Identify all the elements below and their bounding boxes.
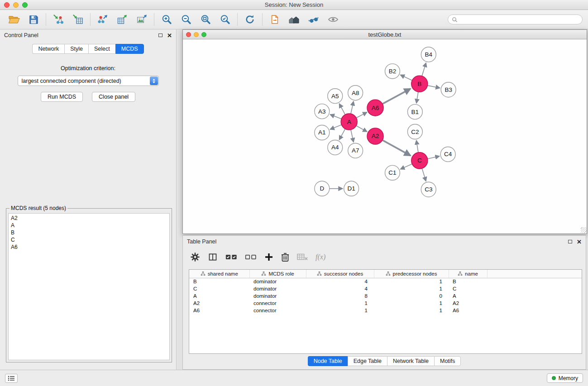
add-column-button[interactable] <box>264 252 273 262</box>
graph-edge-A-A5[interactable] <box>339 104 345 114</box>
graph-edge-C-C1[interactable] <box>401 164 412 169</box>
import-table-button[interactable] <box>68 11 87 28</box>
close-panel-button[interactable]: Close panel <box>92 92 135 102</box>
graph-node-A3[interactable]: A3 <box>315 104 330 119</box>
import-network-button[interactable] <box>49 11 68 28</box>
deselect-all-button[interactable] <box>245 252 257 262</box>
column-header-name[interactable]: name <box>449 270 487 278</box>
graph-edge-A-A2[interactable] <box>356 126 367 132</box>
graph-edge-A-A1[interactable] <box>330 125 341 129</box>
graph-node-A7[interactable]: A7 <box>348 143 363 158</box>
graph-node-A5[interactable]: A5 <box>328 89 343 104</box>
zoom-network-button[interactable] <box>201 32 206 37</box>
tab-edge-table[interactable]: Edge Table <box>348 356 387 366</box>
graph-edge-B-B2[interactable] <box>401 75 412 81</box>
graph-node-B[interactable]: B <box>411 76 428 92</box>
result-item-c[interactable]: C <box>11 236 167 243</box>
result-item-b[interactable]: B <box>11 229 167 236</box>
graph-edge-A-A4[interactable] <box>339 129 345 140</box>
tab-style[interactable]: Style <box>64 44 88 54</box>
graph-edge-B-B1[interactable] <box>416 92 418 103</box>
save-session-button[interactable] <box>24 11 43 28</box>
graph-node-A8[interactable]: A8 <box>348 86 363 100</box>
close-window-button[interactable] <box>4 2 10 8</box>
table-row[interactable]: A6connector11A6 <box>189 307 582 314</box>
graph-node-C4[interactable]: C4 <box>440 147 455 162</box>
table-row[interactable]: Cdominator41C <box>189 285 582 292</box>
graph-node-C3[interactable]: C3 <box>421 182 436 197</box>
graph-node-C1[interactable]: C1 <box>385 165 400 180</box>
graph-edge-C-C2[interactable] <box>416 140 418 152</box>
apply-layout-button[interactable] <box>240 11 259 28</box>
graph-edge-A-A6[interactable] <box>356 112 367 118</box>
table-row[interactable]: Bdominator41B <box>189 278 582 285</box>
tab-node-table[interactable]: Node Table <box>308 356 348 366</box>
zoom-selected-button[interactable] <box>215 11 234 28</box>
function-builder-button[interactable]: f(x) <box>316 252 325 262</box>
graph-edge-B-B4[interactable] <box>422 63 426 76</box>
home-view-button[interactable] <box>285 11 304 28</box>
close-network-button[interactable] <box>186 32 191 37</box>
tab-motifs[interactable]: Motifs <box>434 356 461 366</box>
graph-edge-A-A8[interactable] <box>351 101 354 114</box>
graph-edge-A2-C[interactable] <box>382 140 411 156</box>
optimization-dropdown[interactable]: largest connected component (directed) <box>18 76 159 86</box>
graph-edge-C-C3[interactable] <box>422 168 426 181</box>
result-item-a6[interactable]: A6 <box>11 243 167 251</box>
graph-node-A[interactable]: A <box>341 114 357 130</box>
table-row[interactable]: Adominator80A <box>189 292 582 300</box>
tab-network-table[interactable]: Network Table <box>387 356 434 366</box>
graph-node-A2[interactable]: A2 <box>367 128 383 144</box>
export-image-button[interactable] <box>132 11 151 28</box>
show-columns-button[interactable] <box>208 252 218 262</box>
column-header-shared-name[interactable]: shared name <box>189 270 249 278</box>
export-table-button[interactable] <box>113 11 132 28</box>
graph-node-B1[interactable]: B1 <box>407 105 422 119</box>
table-settings-button[interactable] <box>190 252 200 262</box>
graph-edge-B-B3[interactable] <box>427 86 440 88</box>
graph-node-D1[interactable]: D1 <box>344 181 359 196</box>
result-item-a2[interactable]: A2 <box>11 214 167 222</box>
zoom-in-button[interactable] <box>157 11 176 28</box>
graph-node-D[interactable]: D <box>315 181 330 196</box>
memory-button[interactable]: Memory <box>547 373 583 383</box>
search-input[interactable] <box>460 16 578 23</box>
column-header-predecessor-nodes[interactable]: predecessor nodes <box>374 270 449 278</box>
graph-edge-A-A3[interactable] <box>330 114 341 119</box>
select-all-button[interactable] <box>225 252 237 262</box>
delete-column-button[interactable] <box>281 252 289 262</box>
resize-grip[interactable] <box>581 227 587 233</box>
network-file-button[interactable] <box>265 11 284 28</box>
zoom-window-button[interactable] <box>22 2 28 8</box>
close-panel-icon[interactable]: ✕ <box>167 33 172 38</box>
delete-table-button[interactable] <box>297 252 308 262</box>
graph-edge-C-C4[interactable] <box>427 156 439 159</box>
result-item-a[interactable]: A <box>11 222 167 229</box>
open-session-button[interactable] <box>5 11 24 28</box>
tab-mcds[interactable]: MCDS <box>115 44 144 54</box>
network-canvas[interactable]: B4B2BB3A8A5A6A3B1AC2A1A2A4A7C4CC1DD1C3 <box>183 39 587 233</box>
graph-node-B3[interactable]: B3 <box>441 82 456 97</box>
graph-node-C[interactable]: C <box>411 152 428 169</box>
toggle-view-button[interactable] <box>324 11 343 28</box>
graph-node-B2[interactable]: B2 <box>385 64 400 79</box>
graph-edge-A6-B[interactable] <box>382 89 411 104</box>
graph-node-A6[interactable]: A6 <box>367 100 383 116</box>
table-row[interactable]: A2connector11A2 <box>189 300 582 307</box>
search-field[interactable] <box>448 14 583 24</box>
network-window-titlebar[interactable]: testGlobe.txt <box>183 30 587 39</box>
tab-network[interactable]: Network <box>32 44 64 54</box>
column-header-successor-nodes[interactable]: successor nodes <box>306 270 374 278</box>
zoom-fit-button[interactable] <box>196 11 215 28</box>
graph-node-B4[interactable]: B4 <box>421 47 436 62</box>
zoom-out-button[interactable] <box>177 11 196 28</box>
network-overview-button[interactable] <box>304 11 323 28</box>
float-table-panel-icon[interactable] <box>568 240 572 243</box>
network-graph[interactable]: B4B2BB3A8A5A6A3B1AC2A1A2A4A7C4CC1DD1C3 <box>183 39 587 233</box>
minimize-network-button[interactable] <box>194 32 199 37</box>
tab-select[interactable]: Select <box>88 44 115 54</box>
graph-node-A1[interactable]: A1 <box>315 125 330 140</box>
float-panel-icon[interactable] <box>158 33 163 37</box>
graph-edge-A-A7[interactable] <box>351 130 354 142</box>
task-history-button[interactable] <box>5 374 18 383</box>
